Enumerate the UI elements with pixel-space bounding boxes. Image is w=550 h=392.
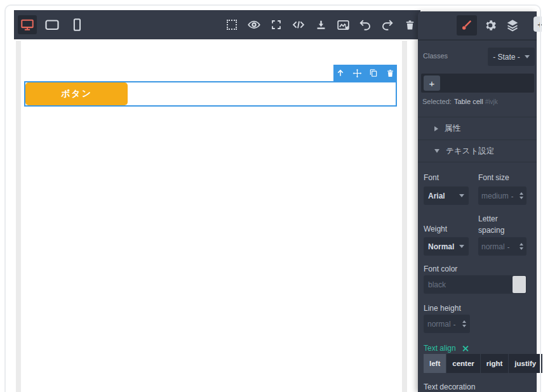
chevron-down-icon [459, 194, 464, 197]
device-switcher [18, 15, 86, 34]
classes-input[interactable]: + [421, 74, 534, 93]
text-align-group: left center right justify [424, 354, 542, 373]
chevron-down-icon [525, 55, 530, 58]
device-desktop-button[interactable] [18, 15, 37, 34]
classes-label: Classes [423, 52, 448, 60]
panel-tab-bar [418, 11, 537, 41]
chevron-down-icon [459, 245, 464, 248]
style-manager-panel: Classes - State - + Selected:Table cell#… [418, 11, 537, 392]
state-selector[interactable]: - State - [488, 48, 535, 66]
canvas-left-gutter [16, 41, 21, 392]
stepper-arrows-icon[interactable] [517, 243, 523, 250]
section-attributes[interactable]: 属性 [418, 117, 537, 140]
text-decoration-label: Text decoration [424, 382, 475, 391]
preview-eye-icon[interactable] [247, 18, 261, 32]
fullscreen-icon[interactable] [269, 18, 283, 32]
selection-toolbar [333, 65, 397, 81]
line-height-value: normal [427, 320, 451, 329]
stepper-arrows-icon[interactable] [460, 320, 466, 327]
open-blocks-plus-icon[interactable]: + [533, 16, 542, 32]
align-justify-button[interactable]: justify [509, 354, 542, 373]
section-text-settings-label: テキスト設定 [446, 146, 494, 157]
selected-element-line: Selected:Table cell#ivjk [422, 98, 498, 105]
font-select[interactable]: Arial [424, 186, 469, 205]
letter-spacing-unit: - [507, 243, 510, 251]
weight-select[interactable]: Normal [424, 237, 469, 256]
line-height-unit: - [453, 320, 456, 328]
select-parent-arrow-up-icon[interactable] [336, 69, 345, 78]
toolbar-actions [225, 18, 420, 32]
delete-trash-icon[interactable] [386, 69, 395, 78]
font-color-field [424, 275, 527, 294]
trash-icon[interactable] [403, 18, 417, 32]
line-height-stepper[interactable]: normal - [424, 315, 470, 333]
settings-gear-icon[interactable] [481, 16, 499, 34]
font-label: Font [424, 173, 439, 182]
align-right-button[interactable]: right [481, 354, 509, 373]
copy-icon[interactable] [369, 69, 379, 78]
device-mobile-button[interactable] [67, 15, 86, 34]
section-attributes-label: 属性 [445, 123, 460, 134]
chevron-right-icon [434, 126, 438, 131]
font-size-unit: - [511, 192, 514, 200]
font-value: Arial [428, 192, 459, 200]
chevron-down-icon [434, 149, 439, 153]
color-swatch[interactable] [513, 276, 526, 293]
text-align-label: Text align [424, 344, 456, 353]
selected-element-name: Table cell [454, 98, 483, 105]
device-tablet-button[interactable] [43, 15, 62, 34]
font-color-label: Font color [424, 265, 457, 273]
canvas-right-gutter [402, 41, 407, 392]
clear-value-x-icon[interactable] [462, 345, 469, 352]
font-size-value: medium [481, 192, 509, 200]
font-color-input[interactable] [424, 275, 511, 294]
move-icon[interactable] [352, 69, 362, 78]
weight-value: Normal [428, 242, 459, 251]
redo-icon[interactable] [380, 18, 394, 32]
layers-icon[interactable] [504, 16, 521, 34]
state-value: - State - [493, 53, 520, 62]
undo-icon[interactable] [358, 18, 372, 32]
weight-label: Weight [424, 225, 447, 233]
selected-element-id: #ivjk [485, 98, 498, 105]
align-left-button[interactable]: left [424, 354, 446, 373]
font-size-label: Font size [478, 173, 509, 182]
font-size-stepper[interactable]: medium - [478, 186, 527, 205]
clear-canvas-image-icon[interactable] [336, 18, 350, 32]
import-download-icon[interactable] [314, 18, 328, 32]
stepper-arrows-icon[interactable] [517, 192, 523, 199]
align-center-button[interactable]: center [446, 354, 481, 373]
canvas-button[interactable]: ボタン [25, 82, 128, 105]
selected-prefix: Selected: [422, 98, 452, 105]
line-height-label: Line height [424, 304, 461, 313]
add-class-button[interactable]: + [424, 75, 440, 91]
letter-spacing-value: normal [481, 242, 505, 251]
text-align-row: Text align [424, 344, 469, 353]
section-text-settings[interactable]: テキスト設定 [418, 140, 537, 162]
toggle-borders-icon[interactable] [225, 18, 239, 32]
style-manager-brush-icon[interactable] [457, 15, 477, 36]
letter-spacing-label: Letter spacing [478, 213, 515, 236]
top-toolbar [14, 10, 420, 39]
selected-table-cell[interactable]: ボタン [24, 81, 397, 107]
letter-spacing-stepper[interactable]: normal - [478, 237, 527, 256]
code-icon[interactable] [292, 18, 305, 32]
